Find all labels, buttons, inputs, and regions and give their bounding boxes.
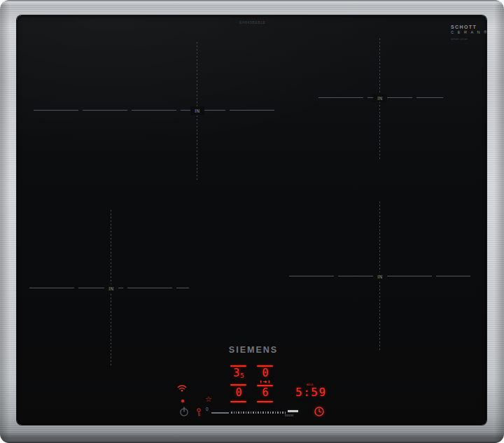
- slider-tick-strip[interactable]: [231, 412, 286, 414]
- slider-max-label: boost: [285, 414, 294, 417]
- timer-clock-button[interactable]: [314, 406, 325, 417]
- schott-fine-print: schott ceran: [451, 38, 501, 41]
- led-bar: [230, 384, 246, 386]
- power-level-display: 6: [249, 387, 281, 398]
- schott-ceran-logo: SCHOTT C E R A N ® schott ceran: [451, 24, 501, 41]
- slider-boost-segment[interactable]: [288, 410, 298, 412]
- induction-hob: EH645BEB1E SCHOTT C E R A N ® schott cer…: [0, 0, 504, 443]
- power-digit: 3: [233, 367, 239, 379]
- slider-min-label: 0: [206, 407, 209, 412]
- power-button[interactable]: [179, 407, 189, 417]
- led-bar: [257, 401, 273, 402]
- led-bar: [230, 401, 246, 402]
- schott-logo-line1: SCHOTT: [451, 24, 501, 29]
- power-level-display: 0: [249, 367, 281, 379]
- pan-move-marker-icon: [260, 380, 270, 384]
- siemens-logo: SIEMENS: [183, 345, 323, 355]
- zone-induction-marker: IN: [104, 284, 118, 293]
- zone-induction-marker: IN: [190, 106, 204, 115]
- slider-lead-segment[interactable]: [211, 412, 229, 414]
- power-digit-sub: 5: [240, 372, 244, 379]
- zone-induction-marker: IN: [373, 94, 387, 102]
- model-marking: EH645BEB1E: [239, 20, 265, 24]
- child-lock-key-icon[interactable]: [196, 408, 202, 417]
- zone-cross-hline: [34, 110, 275, 111]
- schott-logo-line2: C E R A N ®: [451, 30, 501, 34]
- wifi-icon: [177, 384, 187, 392]
- zone-induction-marker: IN: [373, 272, 387, 281]
- pilot-dot-icon: [181, 400, 184, 402]
- timer-value: 5:59: [295, 386, 327, 399]
- ceramic-glass-surface: EH645BEB1E SCHOTT C E R A N ® schott cer…: [17, 15, 486, 425]
- favorite-star-icon[interactable]: ☆: [205, 395, 212, 404]
